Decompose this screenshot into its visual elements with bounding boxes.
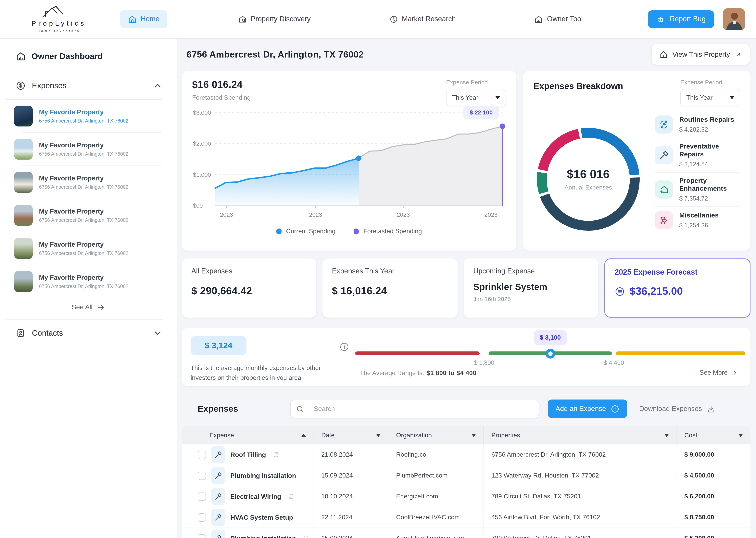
view-property-label: View This Property	[673, 50, 730, 59]
nav-item-label: Home	[141, 15, 160, 23]
nav-item-market-research[interactable]: Market Research	[381, 10, 464, 28]
report-bug-button[interactable]: Report Bug	[648, 10, 714, 28]
spending-summary: $16 016.24 Foretasted Spending	[192, 79, 251, 106]
nav-item-owner-tool[interactable]: Owner Tool	[527, 10, 591, 28]
sidebar-expenses-label: Expenses	[32, 81, 147, 90]
summary-card-2025-expense-forecast[interactable]: 2025 Expense Forecast$36,215.00	[604, 258, 750, 318]
range-text-values: $1 800 to $4 400	[427, 370, 476, 376]
expenses-section-title: Expenses	[198, 404, 238, 414]
property-address: 6756 Ambercrest Dr, Arlington, TX 76002	[39, 250, 128, 256]
add-expense-button[interactable]: Add an Expense	[547, 400, 627, 418]
nav-item-home[interactable]: Home	[120, 10, 167, 28]
summary-card-label: Expenses This Year	[332, 267, 448, 275]
summary-card-label: 2025 Expense Forecast	[615, 268, 740, 277]
sidebar: Owner Dashboard Expenses My Favorite Pro…	[0, 39, 177, 538]
date-cell: 15.09.2024	[313, 465, 388, 486]
breakdown-item-value: $ 3,124.84	[679, 161, 740, 168]
table-row[interactable]: Electrical Wiring10.10.2024EnergizeIt.co…	[182, 486, 750, 507]
sort-desc-icon[interactable]	[738, 434, 743, 437]
table-row[interactable]: Plumbing Installation15.09.2024AquaFlowP…	[182, 528, 750, 538]
svg-text:2023: 2023	[484, 211, 497, 218]
view-property-button[interactable]: View This Property	[652, 44, 750, 65]
property-thumbnail	[14, 139, 33, 160]
charts-row: $16 016.24 Foretasted Spending Expense P…	[182, 71, 750, 250]
property-info: My Favorite Property6756 Ambercrest Dr, …	[39, 141, 128, 157]
row-checkbox[interactable]	[198, 451, 206, 459]
property-thumbnail	[14, 172, 33, 193]
coins-icon	[655, 211, 673, 229]
spending-card-header: $16 016.24 Foretasted Spending Expense P…	[192, 79, 506, 106]
summary-cards-row: All Expenses$ 290,664.42Expenses This Ye…	[182, 258, 750, 318]
search-input[interactable]	[314, 405, 533, 413]
chevron-up-icon[interactable]	[153, 81, 163, 91]
nav-item-property-discovery[interactable]: Property Discovery	[230, 10, 318, 28]
table-row[interactable]: Roof Tilling21.08.2024Roofing.co6756 Amb…	[182, 445, 750, 465]
table-row[interactable]: HVAC System Setup22.11.2024CoolBreezeHVA…	[182, 507, 750, 528]
expense-cell: HVAC System Setup	[182, 507, 313, 527]
info-icon[interactable]	[339, 342, 349, 353]
sidebar-property-item[interactable]: My Favorite Property6756 Ambercrest Dr, …	[0, 102, 177, 130]
search-box[interactable]	[290, 400, 539, 418]
sidebar-property-item[interactable]: My Favorite Property6756 Ambercrest Dr, …	[0, 168, 177, 196]
legend-swatch	[276, 228, 281, 234]
brand-logo[interactable]: PropLytics Home Investors	[17, 6, 101, 33]
breakdown-title: Expenses Breakdown	[534, 79, 623, 106]
column-header-properties[interactable]: Properties	[484, 426, 677, 445]
column-header-expense[interactable]: Expense	[182, 426, 313, 445]
column-header-cost[interactable]: Cost	[677, 426, 750, 445]
bug-icon	[656, 15, 665, 24]
svg-text:$2,000: $2,000	[193, 140, 211, 147]
property-thumbnail	[14, 106, 33, 127]
user-avatar[interactable]	[723, 8, 745, 30]
page-title: 6756 Ambercrest Dr, Arlington, TX 76002	[187, 49, 364, 60]
table-row[interactable]: Plumbing Installation15.09.2024PlumbPerf…	[182, 465, 750, 486]
hammer-icon	[211, 467, 225, 484]
breakdown-period-select[interactable]: This Year	[681, 89, 740, 106]
sidebar-property-item[interactable]: My Favorite Property6756 Ambercrest Dr, …	[0, 201, 177, 229]
sidebar-item-expenses[interactable]: Expenses	[0, 72, 177, 99]
sidebar-item-contacts[interactable]: Contacts	[0, 320, 177, 347]
sort-desc-icon[interactable]	[471, 434, 476, 437]
row-checkbox[interactable]	[198, 513, 206, 521]
contacts-icon	[16, 328, 25, 338]
plus-circle-icon	[611, 404, 619, 413]
coin-icon	[615, 286, 625, 296]
sort-asc-icon[interactable]	[301, 434, 306, 437]
breakdown-legend-item-routines-repairs: Routines Repairs$ 4,282.32	[655, 111, 740, 138]
slider-handle[interactable]	[545, 349, 555, 358]
breakdown-item-name: Routines Repairs	[679, 116, 734, 124]
row-checkbox[interactable]	[198, 534, 206, 538]
see-all-button[interactable]: See All	[0, 296, 177, 319]
svg-text:$3,000: $3,000	[193, 109, 211, 116]
spending-subtitle: Foretasted Spending	[192, 94, 251, 101]
brand-tagline: Home Investors	[37, 29, 80, 33]
column-label: Cost	[684, 432, 697, 439]
column-label: Organization	[396, 432, 432, 439]
cost-cell: $ 5,300.00	[677, 528, 750, 538]
sidebar-property-item[interactable]: My Favorite Property6756 Ambercrest Dr, …	[0, 268, 177, 296]
column-header-date[interactable]: Date	[313, 426, 388, 445]
top-navbar: PropLytics Home Investors HomeProperty D…	[0, 0, 756, 39]
sidebar-property-item[interactable]: My Favorite Property6756 Ambercrest Dr, …	[0, 135, 177, 163]
property-address: 6756 Ambercrest Dr, Arlington, TX 76002	[39, 284, 128, 289]
row-checkbox[interactable]	[198, 492, 206, 501]
summary-card-expenses-this-year: Expenses This Year$ 16,016.24	[322, 258, 457, 318]
see-more-button[interactable]: See More	[699, 369, 738, 376]
sidebar-property-item[interactable]: My Favorite Property6756 Ambercrest Dr, …	[0, 235, 177, 262]
divider	[22, 166, 161, 166]
breakdown-legend-text: Preventative Repairs$ 3,124.84	[679, 143, 740, 168]
chevron-down-icon[interactable]	[153, 328, 163, 338]
range-text-prefix: The Average Range Is:	[360, 370, 424, 376]
property-info: My Favorite Property6756 Ambercrest Dr, …	[39, 208, 128, 223]
hammer-icon	[211, 529, 225, 538]
download-expenses-button[interactable]: Download Expenses	[639, 404, 715, 413]
column-header-organization[interactable]: Organization	[388, 426, 484, 445]
nav-right: Report Bug	[648, 8, 745, 30]
summary-card-upcoming-expense: Upcoming ExpenseSprinkler SystemJan 16th…	[464, 258, 598, 318]
sort-desc-icon[interactable]	[664, 434, 669, 437]
expense-name: Plumbing Installation	[230, 472, 296, 479]
summary-card-value: $ 290,664.42	[191, 285, 307, 297]
sort-desc-icon[interactable]	[376, 434, 381, 437]
expense-period-select[interactable]: This Year	[446, 89, 506, 106]
row-checkbox[interactable]	[198, 471, 206, 480]
